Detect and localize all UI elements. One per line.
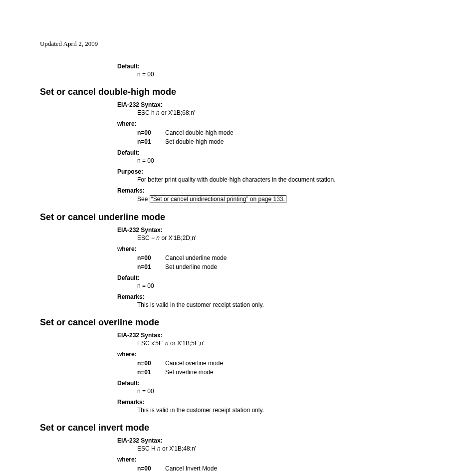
section-body: EIA-232 Syntax:ESC − n or X'1B;2D;n'wher… — [117, 227, 436, 308]
param-row: n=01Set underline mode — [137, 263, 436, 270]
param-row: n=01Set overline mode — [137, 369, 436, 376]
param-key: n=01 — [137, 369, 157, 376]
default-value: n = 00 — [137, 71, 436, 78]
field-label: where: — [117, 456, 436, 463]
field-text: ESC − n or X'1B;2D;n' — [137, 235, 436, 241]
param-value: Set underline mode — [165, 263, 217, 270]
section-body: EIA-232 Syntax:ESC h n or X'1B;68;n'wher… — [117, 101, 436, 203]
field-label: EIA-232 Syntax: — [117, 437, 436, 444]
field-label: Remarks: — [117, 293, 436, 300]
param-key: n=00 — [137, 465, 157, 472]
field-text: For better print quality with double-hig… — [137, 176, 436, 183]
param-row: n=00Cancel underline mode — [137, 254, 436, 261]
field-link-line: See “Set or cancel unidirectional printi… — [137, 195, 436, 203]
section-heading: Set or cancel overline mode — [40, 317, 436, 328]
field-label: EIA-232 Syntax: — [117, 332, 436, 339]
param-value: Cancel Invert Mode — [165, 465, 217, 472]
field-label: Purpose: — [117, 168, 436, 175]
param-list: n=00Cancel Invert Mode — [137, 465, 436, 472]
param-row: n=00Cancel Invert Mode — [137, 465, 436, 472]
param-value: Set double-high mode — [165, 138, 224, 145]
field-text: n = 00 — [137, 157, 436, 164]
section-heading: Set or cancel double-high mode — [40, 87, 436, 97]
updated-date: Updated April 2, 2009 — [40, 40, 436, 48]
field-text: n = 00 — [137, 388, 436, 395]
field-label: EIA-232 Syntax: — [117, 227, 436, 234]
section-body: EIA-232 Syntax:ESC H n or X'1B;48;n'wher… — [117, 437, 436, 472]
field-label: EIA-232 Syntax: — [117, 101, 436, 108]
field-text: ESC H n or X'1B;48;n' — [137, 445, 436, 452]
field-text: ESC h n or X'1B;68;n' — [137, 109, 436, 116]
param-key: n=01 — [137, 263, 157, 270]
default-label: Default: — [117, 63, 436, 70]
param-key: n=01 — [137, 138, 157, 145]
param-value: Cancel overline mode — [165, 360, 223, 367]
param-key: n=00 — [137, 360, 157, 367]
field-label: where: — [117, 120, 436, 127]
field-text: ESC x'5F' n or X'1B;5F;n' — [137, 340, 436, 347]
param-value: Set overline mode — [165, 369, 214, 376]
field-label: Default: — [117, 274, 436, 281]
field-label: Remarks: — [117, 399, 436, 406]
section-heading: Set or cancel invert mode — [40, 423, 436, 433]
field-label: Remarks: — [117, 187, 436, 194]
pre-default-block: Default: n = 00 — [117, 63, 436, 78]
field-label: where: — [117, 245, 436, 252]
param-key: n=00 — [137, 254, 157, 261]
param-row: n=00Cancel double-high mode — [137, 129, 436, 136]
param-row: n=01Set double-high mode — [137, 138, 436, 145]
cross-reference-link[interactable]: “Set or cancel unidirectional printing” … — [150, 195, 286, 203]
param-row: n=00Cancel overline mode — [137, 360, 436, 367]
field-label: where: — [117, 351, 436, 358]
param-list: n=00Cancel overline moden=01Set overline… — [137, 360, 436, 376]
field-text: This is valid in the customer receipt st… — [137, 301, 436, 308]
field-label: Default: — [117, 380, 436, 387]
param-key: n=00 — [137, 129, 157, 136]
field-text: n = 00 — [137, 282, 436, 289]
field-label: Default: — [117, 149, 436, 156]
param-value: Cancel double-high mode — [165, 129, 234, 136]
section-heading: Set or cancel underline mode — [40, 212, 436, 223]
section-body: EIA-232 Syntax:ESC x'5F' n or X'1B;5F;n'… — [117, 332, 436, 414]
param-list: n=00Cancel underline moden=01Set underli… — [137, 254, 436, 270]
field-text: This is valid in the customer receipt st… — [137, 407, 436, 414]
param-value: Cancel underline mode — [165, 254, 227, 261]
param-list: n=00Cancel double-high moden=01Set doubl… — [137, 129, 436, 145]
